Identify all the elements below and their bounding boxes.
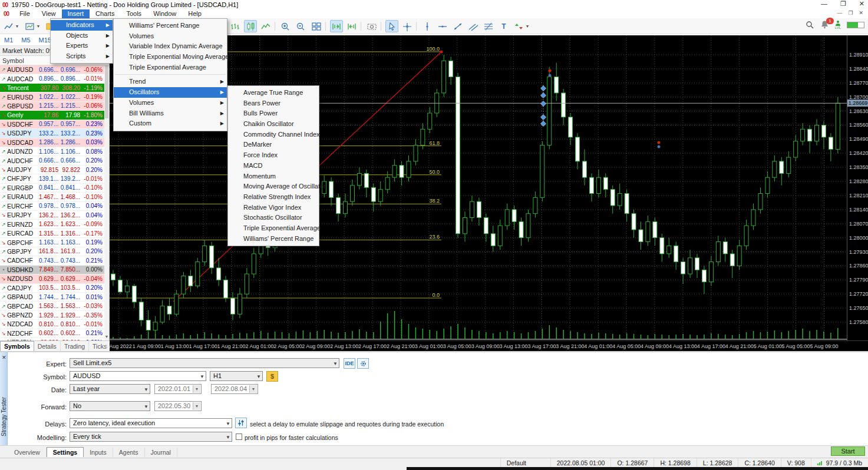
forward-combo[interactable]: No▼ (70, 401, 150, 411)
chart-close-button[interactable]: ✕ (859, 10, 863, 16)
price-axis[interactable]: 1.289101.288401.287701.287001.286301.285… (847, 35, 868, 340)
menu-item-chaikin-oscillator[interactable]: Chaikin Oscillator (228, 119, 319, 130)
screenshot-icon[interactable] (365, 20, 378, 32)
menu-item-williams-percent-range[interactable]: Williams' Percent Range (228, 234, 319, 244)
menu-item-relative-vigor-index[interactable]: Relative Vigor Index (228, 203, 319, 213)
chart-minimize-button[interactable]: — (837, 10, 842, 16)
symbol-combo[interactable]: AUDUSD▼ (70, 371, 206, 381)
menu-window[interactable]: Window (147, 9, 182, 18)
market-watch-row-nzdusd[interactable]: ↘NZDUSD0.629...0.629...-0.04% (0, 274, 104, 283)
ide-button[interactable]: IDE (344, 358, 355, 369)
trendline-icon[interactable] (451, 20, 464, 32)
menu-item-oscillators[interactable]: Oscillators▶ (114, 87, 227, 98)
menu-item-objects[interactable]: Objects▶ (51, 31, 113, 41)
minimize-button[interactable]: — (821, 0, 827, 8)
lvl-indicator-icon[interactable]: LVL (835, 21, 841, 29)
indicator-window-icon[interactable]: ▼ (24, 20, 41, 32)
timeframe-m5[interactable]: M5 (17, 35, 34, 45)
menu-file[interactable]: File (14, 9, 36, 18)
menu-item-indicators[interactable]: Indicators▶ (51, 20, 113, 31)
market-watch-row-usdchf[interactable]: ↘USDCHF0.957...0.957...0.23% (0, 120, 104, 129)
tester-tab-inputs[interactable]: Inputs (84, 448, 113, 457)
menu-view[interactable]: View (36, 9, 62, 18)
delay-slider-icon[interactable] (235, 418, 247, 428)
profit-in-pips-checkbox[interactable] (236, 433, 242, 440)
market-watch-row-cadchf[interactable]: ↘CADCHF0.743...0.743...0.21% (0, 256, 104, 265)
notifications-icon[interactable]: 1 (820, 20, 829, 30)
market-watch-row-geely[interactable]: ↘Geely17.8617.98-1.80% (0, 111, 104, 120)
tester-tab-journal[interactable]: Journal (145, 448, 177, 457)
market-watch-row-audnzd[interactable]: ↗AUDNZD1.106...1.106...0.08% (0, 147, 104, 156)
symbol-properties-button[interactable]: $ (266, 371, 278, 382)
status-profile[interactable]: Default (500, 458, 550, 468)
menu-charts[interactable]: Charts (90, 9, 120, 18)
expert-combo[interactable]: Sell Limit.ex5▼ (70, 358, 339, 368)
menu-item-force-index[interactable]: Force Index (228, 150, 319, 161)
market-watch-row-usdjpy[interactable]: ↘USDJPY133.2...133.2...0.23% (0, 129, 104, 138)
market-watch-tab-trading[interactable]: Trading (61, 342, 89, 351)
tester-tab-agents[interactable]: Agents (113, 448, 145, 457)
date-from-field[interactable]: 2022.01.01▼ (154, 384, 202, 394)
chart-restore-button[interactable]: ❐ (848, 10, 853, 16)
vertical-line-icon[interactable] (421, 20, 434, 32)
scroll-down-icon[interactable]: ▼ (104, 335, 109, 340)
menu-item-demarker[interactable]: DeMarker (228, 140, 319, 150)
time-axis[interactable]: 1 Aug 20221 Aug 09:001 Aug 13:001 Aug 17… (110, 340, 868, 351)
market-watch-row-cadjpy[interactable]: ↗CADJPY103.5...103.5...0.20% (0, 284, 104, 293)
market-watch-row-gbpjpy[interactable]: ↗GBPJPY161.8...161.9...0.20% (0, 247, 104, 256)
market-watch-row-audusd[interactable]: ↗AUDUSD0.696...0.696...-0.06% (0, 65, 104, 74)
modelling-combo[interactable]: Every tick▼ (70, 432, 232, 442)
text-icon[interactable]: T (497, 20, 510, 32)
candlesticks-icon[interactable] (244, 20, 257, 32)
menu-item-bulls-power[interactable]: Bulls Power (228, 108, 319, 119)
menu-item-scripts[interactable]: Scripts▶ (51, 51, 113, 62)
crosshair-icon[interactable] (401, 20, 414, 32)
market-watch-row-eurusd[interactable]: ↗EURUSD1.022...1.022...-0.19% (0, 92, 104, 101)
market-watch-row-euraud[interactable]: ↗EURAUD1.467...1.468...-0.10% (0, 193, 104, 201)
menu-item-average-true-range[interactable]: Average True Range (228, 88, 319, 98)
channel-icon[interactable] (467, 20, 480, 32)
menu-item-bears-power[interactable]: Bears Power (228, 98, 319, 109)
cursor-icon[interactable] (385, 20, 398, 32)
menu-item-triple-exponential-average[interactable]: Triple Exponential Average (228, 223, 319, 234)
menu-item-custom[interactable]: Custom▶ (114, 118, 227, 129)
arrows-icon[interactable]: ▼ (513, 20, 530, 32)
market-watch-row-eurchf[interactable]: ↗EURCHF0.978...0.978...0.04% (0, 202, 104, 211)
date-mode-combo[interactable]: Last year▼ (70, 384, 150, 394)
market-watch-row-eurjpy[interactable]: ↘EURJPY136.2...136.2...0.04% (0, 211, 104, 220)
market-watch-row-nzdchf[interactable]: ↘NZDCHF0.602...0.602...0.21% (0, 329, 104, 338)
horizontal-line-icon[interactable] (436, 20, 449, 32)
market-watch-row-eurgbp[interactable]: ↗EURGBP0.841...0.841...-0.10% (0, 184, 104, 193)
market-watch-tab-details[interactable]: Details (34, 342, 61, 351)
menu-item-stochastic-oscillator[interactable]: Stochastic Oscillator (228, 213, 319, 223)
market-watch-row-chfjpy[interactable]: ↗CHFJPY139.1...139.2...-0.01% (0, 174, 104, 183)
menu-item-triple-exponential-average[interactable]: Triple Exponential Average (114, 62, 227, 73)
market-watch-tab-symbols[interactable]: Symbols (0, 341, 34, 351)
tester-tab-settings[interactable]: Settings (47, 447, 84, 457)
market-watch-row-eurcad[interactable]: ↗EURCAD1.315...1.316...-0.17% (0, 229, 104, 238)
menu-help[interactable]: Help (182, 9, 207, 18)
chart-type-icon[interactable]: ▼ (2, 20, 20, 32)
restore-button[interactable]: ❐ (840, 0, 846, 8)
period-combo[interactable]: H1▼ (210, 371, 263, 381)
expert-settings-gear-icon[interactable] (357, 358, 369, 369)
auto-shift-icon[interactable] (345, 20, 358, 32)
tile-windows-icon[interactable] (310, 20, 323, 32)
market-watch-row-gbpnzd[interactable]: ↘GBPNZD1.929...1.929...-0.35% (0, 311, 104, 320)
menu-item-volumes[interactable]: Volumes (114, 31, 227, 42)
date-to-field[interactable]: 2022.08.04▼ (211, 384, 258, 394)
menu-item-relative-strength-index[interactable]: Relative Strength Index (228, 192, 319, 203)
menu-item-triple-exponential-moving-average[interactable]: Triple Exponential Moving Average (114, 52, 227, 62)
market-watch-row-usdcad[interactable]: ↘USDCAD1.286...1.286...0.03% (0, 138, 104, 147)
menu-item-variable-index-dynamic-average[interactable]: Variable Index Dynamic Average (114, 41, 227, 52)
tester-close-icon[interactable]: ✕ (2, 355, 6, 360)
menu-item-moving-average-of-oscillator[interactable]: Moving Average of Oscillator (228, 181, 319, 192)
start-button[interactable]: Start (831, 446, 865, 456)
market-watch-row-gbpaud[interactable]: ↗GBPAUD1.744...1.744...0.01% (0, 293, 104, 302)
menu-item-momentum[interactable]: Momentum (228, 171, 319, 182)
bar-chart-icon[interactable] (229, 20, 242, 32)
strategy-tester-tab[interactable]: Strategy Tester (0, 352, 8, 446)
zoom-out-icon[interactable] (295, 20, 308, 32)
menu-item-bill-williams[interactable]: Bill Williams▶ (114, 108, 227, 119)
market-watch-row-gbpusd[interactable]: ↗GBPUSD1.215...1.215...-0.06% (0, 102, 104, 111)
